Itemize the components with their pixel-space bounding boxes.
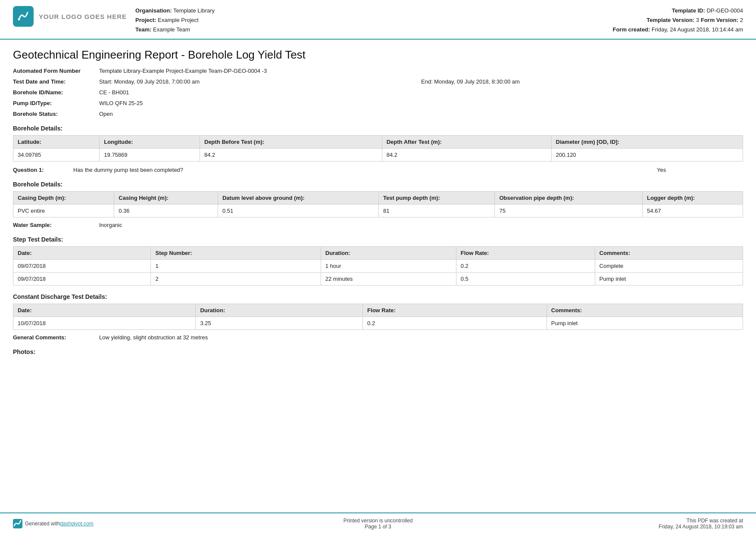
constant-discharge-title: Constant Discharge Test Details:: [13, 293, 743, 300]
table-row: 10/07/20183.250.2Pump inlet: [13, 317, 743, 330]
col-diameter: Diameter (mm) [OD, ID]:: [551, 136, 743, 149]
borehole-status-label: Borehole Status:: [13, 111, 99, 117]
constant-discharge-body: 10/07/20183.250.2Pump inlet: [13, 317, 743, 330]
template-id-value: DP-GEO-0004: [706, 7, 743, 14]
pump-id-label: Pump ID/Type:: [13, 100, 99, 106]
report-title: Geotechnical Engineering Report - Boreho…: [13, 48, 743, 62]
main-content: Geotechnical Engineering Report - Boreho…: [0, 40, 756, 393]
constant-discharge-table: Date: Duration: Flow Rate: Comments: 10/…: [13, 304, 743, 330]
borehole-details-1-title: Borehole Details:: [13, 125, 743, 132]
col-step-date: Date:: [13, 247, 151, 260]
general-comments-label: General Comments:: [13, 334, 99, 341]
general-comments-row: General Comments: Low yielding, slight o…: [13, 334, 743, 341]
col-depth-after: Depth After Test (m):: [382, 136, 551, 149]
test-date-label: Test Date and Time:: [13, 78, 99, 85]
general-comments-value: Low yielding, slight obstruction at 32 m…: [99, 334, 743, 341]
step-test-thead: Date: Step Number: Duration: Flow Rate: …: [13, 247, 743, 260]
borehole-details-2-table: Casing Depth (m): Casing Height (m): Dat…: [13, 191, 743, 217]
constant-discharge-header-row: Date: Duration: Flow Rate: Comments:: [13, 304, 743, 317]
step-test-header-row: Date: Step Number: Duration: Flow Rate: …: [13, 247, 743, 260]
auto-form-label: Automated Form Number: [13, 68, 99, 74]
form-version-label: Form Version:: [701, 17, 738, 23]
borehole-details-1-body: 34.0978519.7586984.284.2200.120: [13, 149, 743, 161]
step-test-body: 09/07/201811 hour0.2Complete09/07/201822…: [13, 260, 743, 286]
footer-generated-text: Generated with: [25, 521, 60, 527]
photos-title: Photos:: [13, 348, 743, 355]
footer-link[interactable]: dashpivot.com: [60, 521, 93, 527]
water-sample-value: Inorganic: [99, 222, 743, 228]
table-row: 09/07/201811 hour0.2Complete: [13, 260, 743, 273]
col-step-number: Step Number:: [151, 247, 321, 260]
col-datum-level: Datum level above ground (m):: [218, 192, 378, 205]
table-row: PVC entire0.360.51817554.67: [13, 205, 743, 217]
footer-center: Printed version is uncontrolled Page 1 o…: [256, 518, 500, 530]
header-right: Template ID: DP-GEO-0004 Template Versio…: [597, 6, 743, 34]
step-test-title: Step Test Details:: [13, 236, 743, 243]
template-version-value: 3: [696, 17, 699, 23]
org-value: Template Library: [173, 7, 215, 14]
form-created-label: Form created:: [612, 26, 650, 33]
test-date-row: Test Date and Time: Start: Monday, 09 Ju…: [13, 78, 743, 85]
auto-form-row: Automated Form Number Template Library-E…: [13, 68, 743, 74]
question-1-label: Question 1:: [13, 167, 65, 173]
col-step-duration: Duration:: [321, 247, 456, 260]
col-step-comments: Comments:: [595, 247, 743, 260]
col-obs-pipe-depth: Observation pipe depth (m):: [495, 192, 642, 205]
logo-text: YOUR LOGO GOES HERE: [39, 13, 127, 20]
page-footer: Generated with dashpivot.com Printed ver…: [0, 512, 756, 534]
footer-right-line1: This PDF was created at: [500, 518, 743, 524]
logo-area: YOUR LOGO GOES HERE: [13, 6, 127, 27]
col-cd-comments: Comments:: [547, 304, 743, 317]
logo-icon: [13, 6, 34, 27]
footer-right-line2: Friday, 24 August 2018, 10:19:03 am: [500, 524, 743, 530]
header-center: Organisation: Template Library Project: …: [127, 6, 597, 34]
borehole-details-2-title: Borehole Details:: [13, 181, 743, 188]
borehole-status-value: Open: [99, 111, 743, 117]
auto-form-value: Template Library-Example Project-Example…: [99, 68, 743, 74]
constant-discharge-thead: Date: Duration: Flow Rate: Comments:: [13, 304, 743, 317]
footer-logo-icon: [13, 519, 22, 528]
page-header: YOUR LOGO GOES HERE Organisation: Templa…: [0, 0, 756, 40]
step-test-table: Date: Step Number: Duration: Flow Rate: …: [13, 246, 743, 286]
table-row: 09/07/2018222 minutes0.5Pump inlet: [13, 273, 743, 286]
team-value: Example Team: [153, 26, 190, 33]
water-sample-label: Water Sample:: [13, 222, 99, 228]
template-id-label: Template ID:: [672, 7, 705, 14]
question-1-answer: Yes: [657, 167, 743, 173]
svg-point-0: [18, 19, 20, 21]
form-created-value: Friday, 24 August 2018, 10:14:44 am: [652, 26, 743, 33]
borehole-details-2-header-row: Casing Depth (m): Casing Height (m): Dat…: [13, 192, 743, 205]
borehole-status-row: Borehole Status: Open: [13, 111, 743, 117]
col-longitude: Longitude:: [100, 136, 200, 149]
question-1-row: Question 1: Has the dummy pump test been…: [13, 167, 743, 173]
col-cd-date: Date:: [13, 304, 196, 317]
water-sample-row: Water Sample: Inorganic: [13, 222, 743, 228]
test-date-end: End: Monday, 09 July 2018, 8:30:00 am: [421, 78, 743, 85]
form-version-value: 2: [740, 17, 743, 23]
question-1-text: Has the dummy pump test been completed?: [73, 167, 657, 173]
borehole-details-1-thead: Latitude: Longitude: Depth Before Test (…: [13, 136, 743, 149]
col-test-pump-depth: Test pump depth (m):: [379, 192, 495, 205]
footer-right: This PDF was created at Friday, 24 Augus…: [500, 518, 743, 530]
borehole-details-2-body: PVC entire0.360.51817554.67: [13, 205, 743, 217]
col-step-flow-rate: Flow Rate:: [456, 247, 595, 260]
project-value: Example Project: [158, 17, 199, 23]
template-version-label: Template Version:: [647, 17, 694, 23]
org-label: Organisation:: [135, 7, 172, 14]
borehole-id-label: Borehole ID/Name:: [13, 89, 99, 96]
col-casing-depth: Casing Depth (m):: [13, 192, 114, 205]
footer-left: Generated with dashpivot.com: [13, 519, 256, 528]
col-latitude: Latitude:: [13, 136, 100, 149]
borehole-id-value: CE - BH001: [99, 89, 743, 96]
col-cd-flow-rate: Flow Rate:: [363, 304, 547, 317]
col-logger-depth: Logger depth (m):: [642, 192, 743, 205]
project-label: Project:: [135, 17, 156, 23]
col-casing-height: Casing Height (m):: [114, 192, 218, 205]
borehole-details-1-header-row: Latitude: Longitude: Depth Before Test (…: [13, 136, 743, 149]
team-label: Team:: [135, 26, 151, 33]
borehole-id-row: Borehole ID/Name: CE - BH001: [13, 89, 743, 96]
footer-center-line1: Printed version is uncontrolled: [256, 518, 500, 524]
test-date-start: Start: Monday, 09 July 2018, 7:00:00 am: [99, 78, 421, 85]
pump-id-value: WILO QFN 25-25: [99, 100, 743, 106]
table-row: 34.0978519.7586984.284.2200.120: [13, 149, 743, 161]
